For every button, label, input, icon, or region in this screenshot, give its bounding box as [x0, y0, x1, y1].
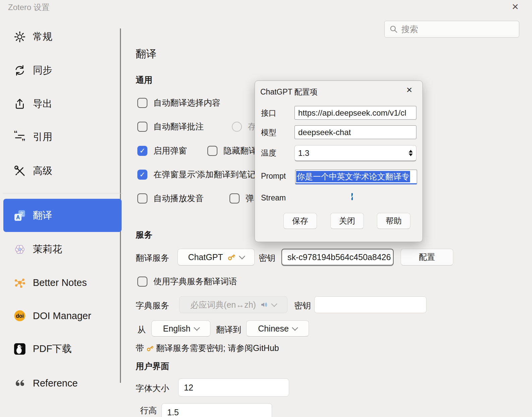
- option-row: 使用字典服务翻译词语: [137, 276, 237, 287]
- temperature-value: 1.3: [298, 148, 309, 158]
- speaker-icon: [260, 301, 268, 309]
- annotation-exists-radio[interactable]: [232, 122, 242, 132]
- sidebar-item-label: 引用: [33, 130, 52, 144]
- general-heading: 通用: [136, 74, 152, 85]
- option-row: 自动播放发音 弹窗中: [137, 193, 271, 204]
- window-close-icon[interactable]: ×: [512, 1, 519, 12]
- chevron-down-icon: [292, 324, 298, 331]
- chevron-down-icon: [239, 253, 245, 259]
- checkbox-label: 使用字典服务翻译词语: [153, 276, 237, 287]
- hide-popup-checkbox[interactable]: [207, 146, 217, 156]
- model-label: 模型: [261, 127, 276, 138]
- sidebar-item-label: 同步: [33, 64, 52, 77]
- close-button[interactable]: 关闭: [330, 213, 364, 229]
- prompt-input[interactable]: 你是一个中英文学术论文翻译专: [295, 170, 417, 184]
- api-label: 接口: [261, 108, 276, 118]
- chevron-down-icon: [194, 324, 200, 331]
- option-row: 启用弹窗 隐藏翻译弹: [137, 145, 265, 156]
- popup-option-checkbox[interactable]: [229, 193, 240, 203]
- checkbox-label: 自动翻译批注: [153, 121, 204, 132]
- auto-play-pronunciation-checkbox[interactable]: [137, 193, 147, 203]
- page-title: 翻译: [136, 47, 156, 61]
- sidebar-item-reference[interactable]: Reference: [3, 370, 122, 396]
- dialog-close-icon[interactable]: ×: [406, 85, 412, 95]
- better-notes-icon: [13, 276, 26, 289]
- checkbox-label: 启用弹窗: [153, 145, 187, 156]
- font-size-label: 字体大小: [136, 383, 169, 394]
- sidebar-item-label: 常规: [33, 30, 52, 44]
- service-heading: 服务: [136, 229, 152, 240]
- note-prefix: 带: [136, 343, 144, 354]
- dict-key-label: 密钥: [294, 300, 311, 311]
- help-button[interactable]: 帮助: [377, 213, 410, 229]
- checkbox-label: 在弹窗显示'添加翻译到笔记: [153, 169, 256, 180]
- font-size-input[interactable]: 12: [178, 378, 289, 397]
- temperature-input[interactable]: 1.3: [294, 145, 416, 161]
- translate-icon: 文 A: [13, 209, 26, 222]
- checkbox-label: 自动播放发音: [153, 193, 204, 204]
- sidebar-item-general[interactable]: 常规: [3, 24, 122, 50]
- service-key-label: 密钥: [259, 252, 275, 263]
- sidebar-item-label: PDF下载: [33, 342, 72, 356]
- translate-service-label: 翻译服务: [136, 252, 169, 263]
- sidebar-item-export[interactable]: 导出: [3, 91, 122, 117]
- to-language-dropdown[interactable]: Chinese: [246, 320, 309, 337]
- enable-popup-checkbox[interactable]: [137, 146, 147, 156]
- svg-text:doi: doi: [16, 313, 24, 319]
- sidebar-item-label: Reference: [33, 378, 78, 389]
- doi-icon: doi: [13, 309, 26, 322]
- sidebar-item-label: 翻译: [33, 209, 52, 222]
- sidebar-item-label: DOI Manager: [33, 310, 91, 321]
- reference-icon: [13, 377, 26, 390]
- sync-icon: [13, 64, 26, 77]
- chevron-down-icon: [271, 301, 277, 307]
- service-key-input[interactable]: sk-c978194b564c450a8426: [281, 249, 394, 265]
- sidebar-item-sync[interactable]: 同步: [3, 57, 122, 83]
- sidebar-item-label: 高级: [33, 164, 52, 178]
- sidebar-item-label: 茉莉花: [33, 243, 62, 256]
- sidebar-item-pdf-download[interactable]: PDF下载: [3, 336, 122, 362]
- sidebar-item-jasmine[interactable]: 茉莉花: [3, 236, 122, 262]
- option-row: 自动翻译选择内容: [137, 97, 220, 108]
- export-icon: [13, 98, 26, 110]
- dialog-title: ChatGPT 配置项: [260, 87, 318, 97]
- note-suffix: 翻译服务需要密钥; 请参阅GitHub: [156, 343, 279, 354]
- use-dict-service-checkbox[interactable]: [137, 277, 147, 287]
- model-input[interactable]: deepseek-chat: [294, 125, 416, 139]
- sidebar-item-better-notes[interactable]: Better Notes: [3, 270, 122, 296]
- svg-text:“: “: [14, 131, 18, 138]
- stream-label: Stream: [261, 193, 286, 202]
- search-icon: [389, 25, 398, 34]
- flower-icon: [13, 243, 26, 256]
- translate-service-dropdown[interactable]: ChatGPT: [178, 249, 255, 265]
- configure-button[interactable]: 配置: [401, 249, 453, 265]
- key-icon: [146, 344, 154, 352]
- auto-translate-selection-checkbox[interactable]: [137, 98, 147, 108]
- show-add-to-note-checkbox[interactable]: [137, 170, 147, 180]
- dict-service-label: 字典服务: [136, 300, 169, 311]
- dict-service-dropdown[interactable]: 必应词典(en↔zh): [179, 296, 287, 313]
- line-height-input[interactable]: 1.5: [161, 403, 272, 417]
- to-language-value: Chinese: [258, 324, 289, 334]
- auto-translate-annotation-checkbox[interactable]: [137, 122, 147, 132]
- search-input[interactable]: 搜索: [384, 21, 519, 38]
- option-row: 在弹窗显示'添加翻译到笔记: [137, 169, 256, 180]
- svg-text:„: „: [21, 133, 25, 141]
- dict-service-value: 必应词典(en↔zh): [190, 299, 256, 310]
- api-input[interactable]: https://api.deepseek.com/v1/cl: [294, 106, 416, 120]
- search-placeholder: 搜索: [401, 24, 418, 35]
- sidebar-item-advanced[interactable]: 高级: [3, 158, 122, 184]
- dict-key-input[interactable]: [314, 296, 426, 313]
- from-language-dropdown[interactable]: English: [151, 320, 210, 337]
- sidebar-item-label: 导出: [33, 97, 52, 111]
- sidebar-item-label: Better Notes: [33, 277, 87, 288]
- sidebar-item-doi-manager[interactable]: doi DOI Manager: [3, 303, 122, 329]
- stream-checkbox[interactable]: [351, 193, 353, 200]
- translate-service-value: ChatGPT: [188, 252, 223, 262]
- save-button[interactable]: 保存: [283, 213, 317, 229]
- sidebar-item-cite[interactable]: “ „ 引用: [3, 124, 122, 150]
- key-icon: [227, 253, 236, 261]
- temperature-spinner[interactable]: [409, 150, 413, 156]
- sidebar-separator: [3, 193, 123, 193]
- sidebar-item-translate[interactable]: 文 A 翻译: [3, 199, 122, 232]
